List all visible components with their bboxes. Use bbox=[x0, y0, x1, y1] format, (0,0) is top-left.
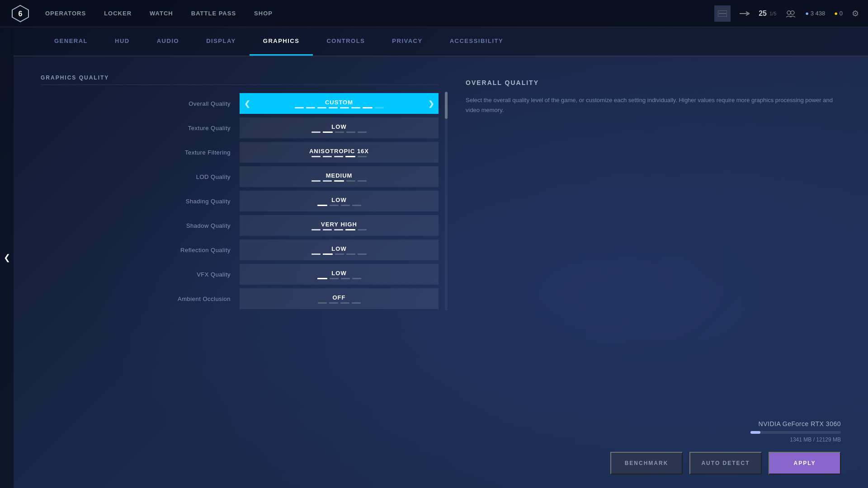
slider-dot bbox=[311, 156, 321, 157]
nav-locker[interactable]: LOCKER bbox=[104, 10, 132, 17]
currency-r6: ● 3 438 bbox=[805, 10, 825, 17]
svg-point-8 bbox=[791, 11, 794, 14]
scrollbar-track[interactable] bbox=[445, 92, 448, 310]
setting-control[interactable]: Anisotropic 16X bbox=[240, 142, 439, 163]
nav-watch[interactable]: WATCH bbox=[150, 10, 173, 17]
tab-general[interactable]: GENERAL bbox=[41, 27, 101, 56]
slider-dot bbox=[323, 253, 333, 255]
tab-graphics[interactable]: GRAPHICS bbox=[250, 27, 313, 56]
nav-weapon-icon bbox=[740, 10, 750, 17]
setting-label: Overall Quality bbox=[41, 100, 240, 107]
slider-dot bbox=[334, 229, 343, 230]
setting-control[interactable]: Very High bbox=[240, 215, 439, 236]
slider-dot bbox=[317, 278, 327, 279]
settings-icon[interactable]: ⚙ bbox=[852, 9, 859, 19]
tab-accessibility[interactable]: ACCESSIBILITY bbox=[436, 27, 517, 56]
settings-panel: GRAPHICS QUALITY Overall Quality❮❯Custom… bbox=[41, 75, 439, 470]
setting-label: Ambient Occlusion bbox=[41, 296, 240, 302]
slider-dots bbox=[311, 156, 367, 157]
tab-hud[interactable]: HUD bbox=[101, 27, 143, 56]
tab-controls[interactable]: CONTROLS bbox=[313, 27, 378, 56]
nav-battlepass[interactable]: BATTLE PASS bbox=[191, 10, 236, 17]
slider-dot bbox=[334, 156, 343, 157]
svg-text:6: 6 bbox=[19, 10, 23, 18]
slider-dot bbox=[334, 180, 344, 182]
prev-arrow[interactable]: ❮ bbox=[244, 99, 250, 108]
screen-icon-box bbox=[714, 5, 731, 22]
slider-dot bbox=[335, 131, 344, 133]
slider-dot bbox=[323, 156, 332, 157]
slider-dot bbox=[352, 205, 361, 206]
slider-dot bbox=[330, 205, 339, 206]
setting-control[interactable]: ❮❯Custom bbox=[240, 93, 439, 114]
nav-links: OPERATORS LOCKER WATCH BATTLE PASS SHOP bbox=[45, 10, 701, 17]
slider-dot bbox=[358, 156, 367, 157]
setting-row: VFX QualityLow bbox=[41, 263, 439, 286]
setting-row: Ambient OcclusionOff bbox=[41, 287, 439, 310]
slider-dot bbox=[311, 229, 321, 230]
setting-label: LOD Quality bbox=[41, 174, 240, 180]
slider-dot bbox=[323, 180, 332, 182]
slider-dots bbox=[311, 131, 367, 133]
slider-dot bbox=[311, 180, 321, 182]
setting-row: Texture FilteringAnisotropic 16X bbox=[41, 141, 439, 164]
slider-dot bbox=[346, 131, 355, 133]
svg-point-7 bbox=[787, 11, 791, 14]
setting-label: Shadow Quality bbox=[41, 222, 240, 229]
slider-dot bbox=[341, 205, 350, 206]
slider-dot bbox=[335, 253, 344, 255]
slider-dot bbox=[317, 205, 327, 206]
game-logo: 6 bbox=[9, 2, 32, 25]
setting-control[interactable]: Medium bbox=[240, 166, 439, 187]
slider-dots bbox=[317, 278, 361, 279]
tab-audio[interactable]: AUDIO bbox=[143, 27, 193, 56]
next-arrow[interactable]: ❯ bbox=[428, 99, 434, 108]
setting-control[interactable]: Off bbox=[240, 288, 439, 309]
setting-control[interactable]: Low bbox=[240, 264, 439, 285]
scrollbar-thumb[interactable] bbox=[445, 92, 448, 119]
slider-dots bbox=[318, 302, 361, 304]
slider-dot bbox=[323, 131, 333, 133]
setting-control[interactable]: Low bbox=[240, 191, 439, 211]
settings-area: GRAPHICS QUALITY Overall Quality❮❯Custom… bbox=[14, 56, 868, 488]
player-level: 25 1/5 bbox=[759, 9, 776, 18]
section-title: GRAPHICS QUALITY bbox=[41, 75, 439, 85]
slider-dots bbox=[317, 205, 361, 206]
slider-dot bbox=[311, 131, 321, 133]
main-content: ❮ GENERAL HUD AUDIO DISPLAY GRAPHICS CON… bbox=[0, 27, 868, 488]
slider-dot bbox=[323, 229, 332, 230]
nav-right-area: 25 1/5 ● 3 438 ● 0 ⚙ bbox=[714, 5, 859, 22]
control-value: Off bbox=[333, 294, 346, 301]
setting-control[interactable]: Low bbox=[240, 117, 439, 138]
tab-privacy[interactable]: PRIVACY bbox=[378, 27, 436, 56]
setting-row: Texture QualityLow bbox=[41, 116, 439, 140]
slider-dot bbox=[318, 302, 327, 304]
slider-dot bbox=[358, 131, 367, 133]
nav-shop[interactable]: SHOP bbox=[254, 10, 273, 17]
nav-operators[interactable]: OPERATORS bbox=[45, 10, 86, 17]
slider-dot bbox=[345, 229, 355, 230]
settings-list: Overall Quality❮❯CustomTexture QualityLo… bbox=[41, 92, 439, 310]
level-ratio: 1/5 bbox=[769, 11, 776, 16]
slider-dot bbox=[358, 180, 367, 182]
control-value: Low bbox=[331, 270, 346, 277]
setting-label: Shading Quality bbox=[41, 198, 240, 205]
slider-dot bbox=[352, 278, 361, 279]
content-wrapper: GENERAL HUD AUDIO DISPLAY GRAPHICS CONTR… bbox=[14, 27, 868, 488]
slider-dot bbox=[346, 253, 355, 255]
slider-dots bbox=[311, 253, 367, 255]
slider-dot bbox=[352, 302, 361, 304]
slider-dot bbox=[358, 229, 367, 230]
slider-dot bbox=[330, 278, 339, 279]
slider-dot bbox=[340, 302, 349, 304]
setting-row: Overall Quality❮❯Custom bbox=[41, 92, 439, 115]
slider-dot bbox=[346, 180, 355, 182]
setting-row: Shadow QualityVery High bbox=[41, 214, 439, 237]
currency-renown: ● 0 bbox=[834, 10, 843, 17]
control-value: Medium bbox=[326, 172, 353, 179]
back-arrow[interactable]: ❮ bbox=[0, 27, 14, 488]
slider-dot bbox=[329, 302, 338, 304]
info-title: OVERALL QUALITY bbox=[466, 79, 841, 86]
tab-display[interactable]: DISPLAY bbox=[193, 27, 250, 56]
setting-control[interactable]: Low bbox=[240, 239, 439, 260]
